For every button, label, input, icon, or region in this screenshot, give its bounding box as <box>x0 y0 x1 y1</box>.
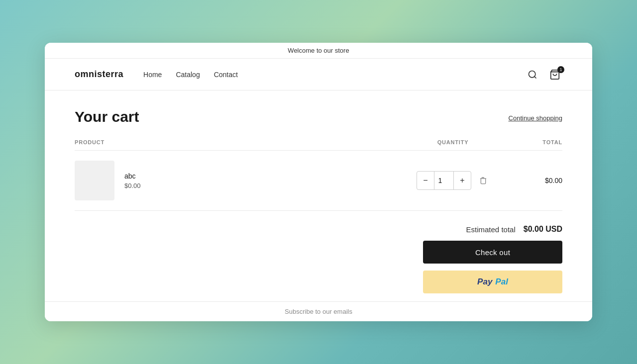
footer-text: Subscribe to our emails <box>285 308 352 315</box>
cart-table: PRODUCT QUANTITY TOTAL abc $0.00 − <box>75 139 562 211</box>
continue-shopping-link[interactable]: Continue shopping <box>509 114 562 122</box>
cart-badge: 1 <box>557 66 564 73</box>
nav-catalog[interactable]: Catalog <box>176 71 200 79</box>
header-icons: 1 <box>526 67 562 82</box>
checkout-button[interactable]: Check out <box>423 241 562 264</box>
cart-summary: Estimated total $0.00 USD Check out PayP… <box>75 225 562 293</box>
estimated-value: $0.00 USD <box>524 225 562 234</box>
product-price: $0.00 <box>124 182 141 189</box>
col-product-header: PRODUCT <box>75 139 403 145</box>
trash-icon <box>479 177 487 184</box>
estimated-label: Estimated total <box>466 225 516 234</box>
row-total: $0.00 <box>503 177 562 184</box>
nav-home[interactable]: Home <box>143 71 162 79</box>
main-content: Your cart Continue shopping PRODUCT QUAN… <box>45 91 592 301</box>
product-details: abc $0.00 <box>124 172 141 189</box>
search-button[interactable] <box>526 68 539 82</box>
logo: omnisterra <box>75 69 123 80</box>
quantity-controls: − + <box>403 171 503 190</box>
product-name: abc <box>124 172 141 180</box>
header: omnisterra Home Catalog Contact 1 <box>45 59 592 91</box>
estimated-total: Estimated total $0.00 USD <box>466 225 562 234</box>
quantity-increase-button[interactable]: + <box>454 172 471 189</box>
announcement-text: Welcome to our store <box>288 47 349 54</box>
delete-item-button[interactable] <box>477 175 489 186</box>
nav-contact[interactable]: Contact <box>214 71 238 79</box>
quantity-decrease-button[interactable]: − <box>417 172 434 189</box>
quantity-input[interactable] <box>434 172 454 189</box>
cart-title: Your cart <box>75 108 139 125</box>
svg-line-1 <box>534 76 536 78</box>
quantity-wrapper: − + <box>417 171 471 190</box>
search-icon <box>528 70 537 80</box>
table-row: abc $0.00 − + <box>75 151 562 211</box>
table-header: PRODUCT QUANTITY TOTAL <box>75 139 562 151</box>
app-window: Welcome to our store omnisterra Home Cat… <box>45 43 592 321</box>
product-thumbnail <box>75 161 114 200</box>
footer-bar: Subscribe to our emails <box>45 301 592 321</box>
cart-button[interactable]: 1 <box>547 67 562 82</box>
cart-header: Your cart Continue shopping <box>75 108 562 125</box>
product-info: abc $0.00 <box>75 161 403 200</box>
svg-point-0 <box>529 71 535 77</box>
col-total-header: TOTAL <box>503 139 562 145</box>
col-quantity-header: QUANTITY <box>403 139 503 145</box>
paypal-button[interactable]: PayPal <box>423 271 562 293</box>
nav: Home Catalog Contact <box>143 71 526 79</box>
announcement-bar: Welcome to our store <box>45 43 592 59</box>
